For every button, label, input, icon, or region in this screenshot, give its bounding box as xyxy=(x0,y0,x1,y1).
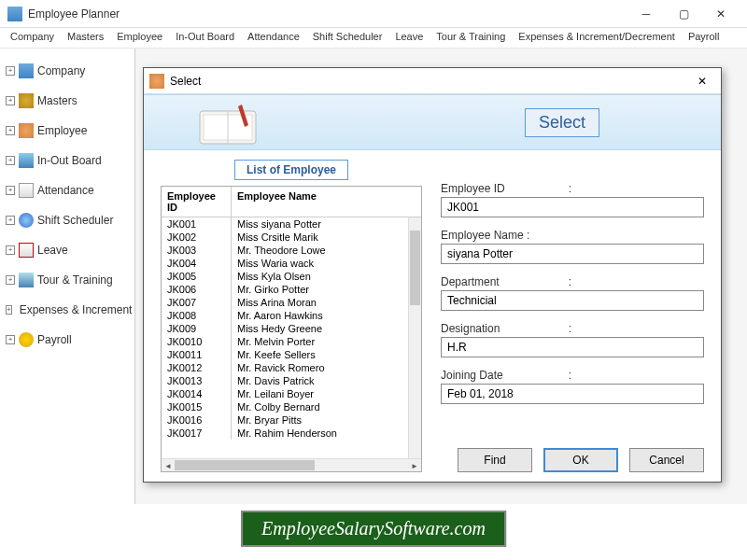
menu-company[interactable]: Company xyxy=(4,28,61,48)
close-button[interactable]: ✕ xyxy=(702,1,740,27)
cell-name: Miss Waria wack xyxy=(232,257,421,270)
tree-item-leave[interactable]: +Leave xyxy=(4,235,131,265)
ok-button[interactable]: OK xyxy=(543,448,618,472)
cell-name: Mr. Keefe Sellers xyxy=(232,348,421,361)
tree-item-expenses[interactable]: +Expenses & Increment xyxy=(4,295,131,325)
expand-icon[interactable]: + xyxy=(6,66,15,76)
building-icon xyxy=(19,63,34,78)
table-row[interactable]: JK004Miss Waria wack xyxy=(162,257,421,270)
label-emp-name: Employee Name : xyxy=(441,229,571,242)
tree-item-company[interactable]: +Company xyxy=(4,56,131,86)
table-row[interactable]: JK0011Mr. Keefe Sellers xyxy=(162,348,421,361)
tree-item-masters[interactable]: +Masters xyxy=(4,86,131,116)
menu-bar: Company Masters Employee In-Out Board At… xyxy=(0,28,747,49)
cell-id: JK0016 xyxy=(162,413,232,427)
menu-attendance[interactable]: Attendance xyxy=(241,28,306,48)
input-joining-date[interactable] xyxy=(441,384,704,404)
cell-name: Mr. Davis Patrick xyxy=(232,374,421,387)
clock-icon xyxy=(19,213,34,228)
menu-tour-training[interactable]: Tour & Training xyxy=(430,28,512,48)
menu-employee[interactable]: Employee xyxy=(110,28,169,48)
horizontal-scrollbar[interactable]: ◄ ► xyxy=(162,458,421,471)
dialog-titlebar: Select ✕ xyxy=(144,68,721,94)
expand-icon[interactable]: + xyxy=(6,186,15,195)
cell-name: Miss Crsitle Marik xyxy=(232,231,421,244)
sidebar-tree: +Company +Masters +Employee +In-Out Boar… xyxy=(0,49,135,504)
coin-icon xyxy=(19,332,34,347)
tree-item-payroll[interactable]: +Payroll xyxy=(4,325,131,355)
table-row[interactable]: JK0015Mr. Colby Bernard xyxy=(162,400,421,413)
menu-leave[interactable]: Leave xyxy=(388,28,430,48)
table-row[interactable]: JK005Miss Kyla Olsen xyxy=(162,270,421,283)
cell-id: JK0015 xyxy=(162,400,232,413)
expand-icon[interactable]: + xyxy=(6,156,15,165)
table-row[interactable]: JK007Miss Arina Moran xyxy=(162,296,421,309)
expand-icon[interactable]: + xyxy=(6,216,15,225)
tree-item-shift[interactable]: +Shift Scheduler xyxy=(4,205,131,235)
scroll-thumb[interactable] xyxy=(175,460,315,470)
dialog-close-button[interactable]: ✕ xyxy=(689,70,715,92)
table-row[interactable]: JK009Miss Hedy Greene xyxy=(162,322,421,335)
expand-icon[interactable]: + xyxy=(6,335,15,344)
table-row[interactable]: JK001Miss siyana Potter xyxy=(162,217,421,231)
cell-id: JK0013 xyxy=(162,374,232,387)
cell-name: Mr. Aaron Hawkins xyxy=(232,309,421,322)
expand-icon[interactable]: + xyxy=(6,305,12,315)
table-body: JK001Miss siyana PotterJK002Miss Crsitle… xyxy=(162,217,421,458)
cell-name: Miss siyana Potter xyxy=(232,217,421,231)
tree-item-attendance[interactable]: +Attendance xyxy=(4,175,131,205)
table-row[interactable]: JK0017Mr. Rahim Henderson xyxy=(162,427,421,440)
table-row[interactable]: JK0013Mr. Davis Patrick xyxy=(162,374,421,387)
table-row[interactable]: JK008Mr. Aaron Hawkins xyxy=(162,309,421,322)
tree-item-employee[interactable]: +Employee xyxy=(4,116,131,146)
table-row[interactable]: JK003Mr. Theodore Lowe xyxy=(162,244,421,257)
cell-name: Mr. Girko Potter xyxy=(232,283,421,296)
footer-brand: EmployeeSalarySoftware.com xyxy=(241,511,506,547)
menu-in-out-board[interactable]: In-Out Board xyxy=(169,28,241,48)
tree-item-tour[interactable]: +Tour & Training xyxy=(4,265,131,295)
scroll-thumb[interactable] xyxy=(410,231,420,305)
vertical-scrollbar[interactable] xyxy=(408,217,421,458)
cell-name: Mr. Theodore Lowe xyxy=(232,244,421,257)
maximize-button[interactable]: ▢ xyxy=(665,1,702,27)
expand-icon[interactable]: + xyxy=(6,96,15,105)
expand-icon[interactable]: + xyxy=(6,275,15,285)
menu-expenses[interactable]: Expenses & Increment/Decrement xyxy=(512,28,682,48)
table-row[interactable]: JK0012Mr. Ravick Romero xyxy=(162,361,421,374)
input-emp-name[interactable] xyxy=(441,244,704,264)
cell-id: JK0011 xyxy=(162,348,232,361)
label-department: Department: xyxy=(441,275,571,288)
table-row[interactable]: JK002Miss Crsitle Marik xyxy=(162,231,421,244)
table-row[interactable]: JK0016Mr. Bryar Pitts xyxy=(162,413,421,427)
expand-icon[interactable]: + xyxy=(6,126,15,135)
calendar-icon xyxy=(19,183,34,198)
tree-item-in-out[interactable]: +In-Out Board xyxy=(4,146,131,175)
cell-name: Mr. Bryar Pitts xyxy=(232,413,421,427)
scroll-right-icon[interactable]: ► xyxy=(408,459,421,472)
scroll-left-icon[interactable]: ◄ xyxy=(162,459,175,472)
cell-id: JK008 xyxy=(162,309,232,322)
input-designation[interactable] xyxy=(441,337,704,357)
input-department[interactable] xyxy=(441,290,704,311)
find-button[interactable]: Find xyxy=(458,448,532,472)
cancel-button[interactable]: Cancel xyxy=(629,448,704,472)
label-joining-date: Joining Date: xyxy=(441,369,571,382)
expand-icon[interactable]: + xyxy=(6,245,15,255)
table-row[interactable]: JK0010Mr. Melvin Porter xyxy=(162,335,421,348)
input-emp-id[interactable] xyxy=(441,197,704,217)
dialog-icon xyxy=(149,74,164,89)
table-row[interactable]: JK0014Mr. Leilani Boyer xyxy=(162,387,421,400)
menu-shift-scheduler[interactable]: Shift Scheduler xyxy=(306,28,389,48)
table-row[interactable]: JK006Mr. Girko Potter xyxy=(162,283,421,296)
cell-name: Mr. Leilani Boyer xyxy=(232,387,421,400)
banner-label: Select xyxy=(525,108,599,137)
cell-name: Miss Kyla Olsen xyxy=(232,270,421,283)
cell-name: Miss Arina Moran xyxy=(232,296,421,309)
minimize-button[interactable]: ─ xyxy=(627,1,665,27)
col-header-id[interactable]: Employee ID xyxy=(162,187,232,217)
menu-masters[interactable]: Masters xyxy=(61,28,110,48)
plane-icon xyxy=(19,273,34,287)
col-header-name[interactable]: Employee Name xyxy=(232,187,421,217)
cell-name: Mr. Rahim Henderson xyxy=(232,427,421,440)
menu-payroll[interactable]: Payroll xyxy=(682,28,726,48)
